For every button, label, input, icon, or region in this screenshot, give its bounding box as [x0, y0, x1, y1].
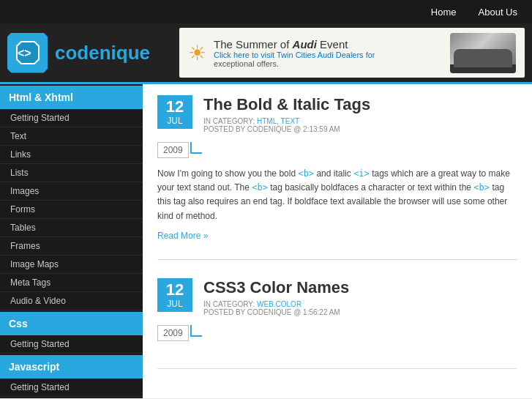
- post-category-label-1: IN CATEGORY:: [203, 300, 255, 308]
- post-entry-0: 12 Jul The Bold & Italic Tags IN CATEGOR…: [157, 95, 517, 260]
- banner-area: ☀ The Summer of Audi Event Click here to…: [179, 28, 525, 78]
- archive-bracket-1: [190, 325, 202, 337]
- post-category-link-html[interactable]: HTML: [257, 117, 277, 125]
- post-author-0: POSTED BY CODENIQUE @ 2:13:59 AM: [203, 125, 340, 133]
- archive-bracket-0: [190, 142, 202, 154]
- post-body-0: Now I'm going to show you the bold <b> a…: [157, 167, 517, 223]
- tag-i: <i>: [353, 168, 370, 179]
- sidebar-item-html-frames[interactable]: Frames: [0, 237, 143, 256]
- banner-sub: exceptional offers.: [214, 59, 443, 68]
- post-title-area-0: The Bold & Italic Tags IN CATEGORY: HTML…: [203, 95, 517, 133]
- post-header-1: 12 Jul CSS3 Color Names IN CATEGORY: WEB…: [157, 278, 517, 316]
- top-nav-bar: Home About Us: [0, 0, 532, 23]
- tag-b-2: <b>: [252, 182, 268, 193]
- sidebar-item-html-tables[interactable]: Tables: [0, 219, 143, 237]
- post-entry-1: 12 Jul CSS3 Color Names IN CATEGORY: WEB…: [157, 278, 517, 369]
- post-day-0: 12: [157, 98, 192, 116]
- nav-about-link[interactable]: About Us: [479, 7, 517, 18]
- post-category-label-0: IN CATEGORY:: [203, 117, 255, 125]
- tag-b-3: <b>: [473, 182, 490, 193]
- sidebar-category-js: Javascript: [0, 355, 143, 379]
- logo-area: <> codenique: [7, 33, 150, 73]
- sidebar-item-css-getting-started[interactable]: Getting Started: [0, 335, 143, 354]
- sidebar-item-html-links[interactable]: Links: [0, 146, 143, 164]
- post-meta-0: IN CATEGORY: HTML, TEXT POSTED BY CODENI…: [203, 117, 517, 133]
- post-author-1: POSTED BY CODENIQUE @ 1:56:22 AM: [203, 308, 340, 316]
- sidebar-item-html-lists[interactable]: Lists: [0, 164, 143, 182]
- archive-year-1: 2009: [157, 325, 189, 341]
- sidebar-category-html: Html & Xhtml: [0, 86, 143, 109]
- archive-bracket-wrap-1: [190, 325, 202, 341]
- sidebar-item-html-images[interactable]: Images: [0, 182, 143, 201]
- post-category-link-webcolor[interactable]: WEB.COLOR: [257, 300, 301, 308]
- sidebar-category-css: Css: [0, 312, 143, 335]
- banner-car-image: [450, 33, 516, 73]
- sidebar-item-html-audio[interactable]: Audio & Video: [0, 292, 143, 310]
- svg-text:<>: <>: [18, 47, 31, 59]
- post-title-area-1: CSS3 Color Names IN CATEGORY: WEB.COLOR …: [203, 278, 517, 316]
- archive-year-0: 2009: [157, 142, 189, 158]
- sidebar-item-html-metatags[interactable]: Meta Tags: [0, 274, 143, 292]
- logo-text: codenique: [55, 42, 150, 64]
- sidebar-item-html-forms[interactable]: Forms: [0, 201, 143, 219]
- nav-home-link[interactable]: Home: [431, 7, 457, 18]
- header: <> codenique ☀ The Summer of Audi Event …: [0, 23, 532, 82]
- post-meta-1: IN CATEGORY: WEB.COLOR POSTED BY CODENIQ…: [203, 300, 517, 316]
- archive-marker-0: 2009: [157, 142, 517, 158]
- post-header-0: 12 Jul The Bold & Italic Tags IN CATEGOR…: [157, 95, 517, 133]
- post-title-1: CSS3 Color Names: [203, 278, 517, 297]
- banner-title: The Summer of Audi Event: [214, 38, 443, 51]
- date-box-1: 12 Jul: [157, 278, 192, 312]
- post-day-1: 12: [157, 281, 192, 299]
- content-area: 12 Jul The Bold & Italic Tags IN CATEGOR…: [143, 84, 532, 398]
- post-title-0: The Bold & Italic Tags: [203, 95, 517, 114]
- archive-marker-1: 2009: [157, 325, 517, 341]
- read-more-0[interactable]: Read More »: [157, 231, 208, 241]
- banner-text: The Summer of Audi Event Click here to v…: [214, 38, 443, 68]
- sidebar-item-html-getting-started[interactable]: Getting Started: [0, 109, 143, 127]
- sun-icon: ☀: [188, 41, 206, 65]
- post-category-link-text[interactable]: TEXT: [281, 117, 300, 125]
- tag-b-1: <b>: [298, 168, 314, 179]
- banner-link[interactable]: Click here to visit Twin Cities Audi Dea…: [214, 51, 443, 59]
- post-month-1: Jul: [157, 299, 192, 309]
- sidebar-item-html-text[interactable]: Text: [0, 127, 143, 146]
- main-wrapper: Html & Xhtml Getting Started Text Links …: [0, 82, 532, 398]
- sidebar-item-html-imagemaps[interactable]: Image Maps: [0, 256, 143, 274]
- archive-bracket-wrap-0: [190, 142, 202, 158]
- post-month-0: Jul: [157, 116, 192, 126]
- logo-icon: <>: [7, 33, 48, 73]
- sidebar: Html & Xhtml Getting Started Text Links …: [0, 84, 143, 398]
- date-box-0: 12 Jul: [157, 95, 192, 129]
- sidebar-item-js-getting-started[interactable]: Getting Started: [0, 379, 143, 397]
